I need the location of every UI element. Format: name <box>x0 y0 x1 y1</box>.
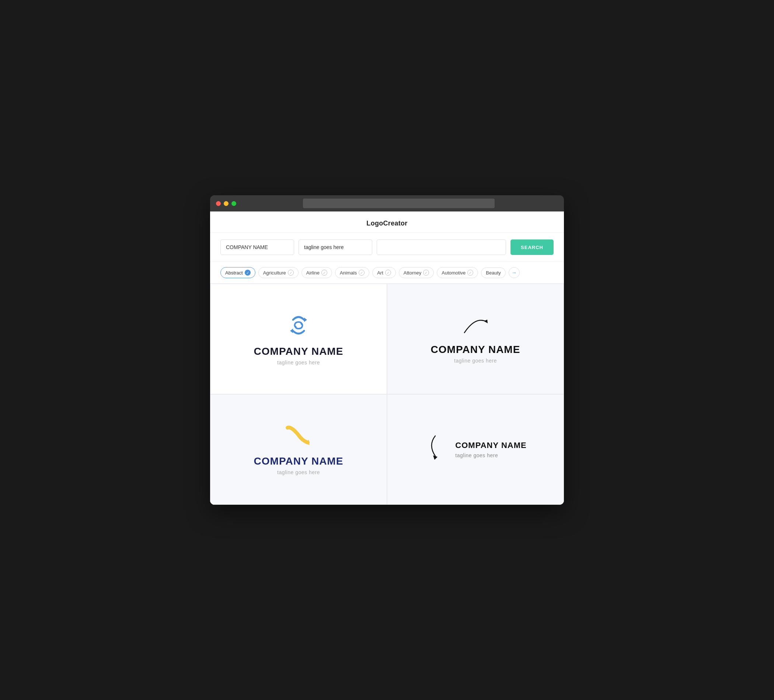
logo-1-company-name: COMPANY NAME <box>254 345 344 357</box>
filter-label: Abstract <box>225 270 243 276</box>
browser-titlebar <box>210 195 564 211</box>
app-header: LogoCreator <box>210 211 564 233</box>
filter-label: Automotive <box>442 270 465 276</box>
check-icon-attorney: ✓ <box>423 270 429 276</box>
logo-1-tagline: tagline goes here <box>277 360 320 365</box>
filter-agriculture[interactable]: Agriculture ✓ <box>258 267 299 278</box>
extra-input[interactable] <box>377 239 506 255</box>
filter-airline[interactable]: Airline ✓ <box>301 267 332 278</box>
filter-label: Beauty <box>486 270 501 276</box>
filter-label: Airline <box>306 270 319 276</box>
filter-label: Art <box>377 270 383 276</box>
filter-abstract[interactable]: Abstract ✓ <box>220 267 255 278</box>
filter-art[interactable]: Art ✓ <box>372 267 396 278</box>
logo-icon-arrow-black <box>453 314 498 338</box>
check-icon-art: ✓ <box>385 270 391 276</box>
minimize-button[interactable] <box>224 201 228 206</box>
logo-3-tagline: tagline goes here <box>277 469 320 475</box>
check-icon-airline: ✓ <box>321 270 327 276</box>
logo-icon-arrow-black2 <box>424 434 447 465</box>
logo-icon-arrow-yellow <box>280 424 317 449</box>
filter-automotive[interactable]: Automotive ✓ <box>437 267 478 278</box>
svg-marker-0 <box>304 318 307 322</box>
maximize-button[interactable] <box>232 201 236 206</box>
filter-label: Agriculture <box>263 270 286 276</box>
logo-card-3[interactable]: COMPANY NAME tagline goes here <box>210 394 387 505</box>
logo-card-4[interactable]: COMPANY NAME tagline goes here <box>387 394 564 505</box>
logo-card-1[interactable]: COMPANY NAME tagline goes here <box>210 284 387 394</box>
logo-4-company-name: COMPANY NAME <box>455 441 526 450</box>
svg-marker-2 <box>484 319 489 324</box>
filter-label: Attorney <box>404 270 421 276</box>
logo-card-2[interactable]: COMPANY NAME tagline goes here <box>387 284 564 394</box>
filter-beauty[interactable]: Beauty <box>481 267 505 278</box>
company-name-input[interactable] <box>220 239 294 255</box>
svg-marker-1 <box>290 329 293 333</box>
logo-4-tagline: tagline goes here <box>455 452 498 458</box>
tagline-input[interactable] <box>299 239 372 255</box>
filter-attorney[interactable]: Attorney ✓ <box>399 267 434 278</box>
check-icon-agriculture: ✓ <box>288 270 294 276</box>
address-bar <box>303 198 495 208</box>
close-button[interactable] <box>216 201 221 206</box>
check-icon-abstract: ✓ <box>245 270 251 276</box>
filter-next-button[interactable]: → <box>509 267 520 278</box>
filter-label: Animals <box>340 270 357 276</box>
logo-grid: COMPANY NAME tagline goes here COMPANY N… <box>210 284 564 505</box>
check-icon-animals: ✓ <box>359 270 364 276</box>
search-row: SEARCH <box>210 233 564 262</box>
filter-animals[interactable]: Animals ✓ <box>335 267 369 278</box>
logo-2-tagline: tagline goes here <box>454 358 497 364</box>
browser-content: LogoCreator SEARCH Abstract ✓ Agricultur… <box>210 211 564 505</box>
logo-2-company-name: COMPANY NAME <box>431 344 521 355</box>
search-button[interactable]: SEARCH <box>511 239 554 255</box>
logo-3-company-name: COMPANY NAME <box>254 456 344 467</box>
app-title: LogoCreator <box>366 220 407 227</box>
browser-window: LogoCreator SEARCH Abstract ✓ Agricultur… <box>210 195 564 505</box>
check-icon-automotive: ✓ <box>467 270 473 276</box>
logo-icon-arrows-blue <box>284 312 313 340</box>
filter-row: Abstract ✓ Agriculture ✓ Airline ✓ Anima… <box>210 262 564 284</box>
